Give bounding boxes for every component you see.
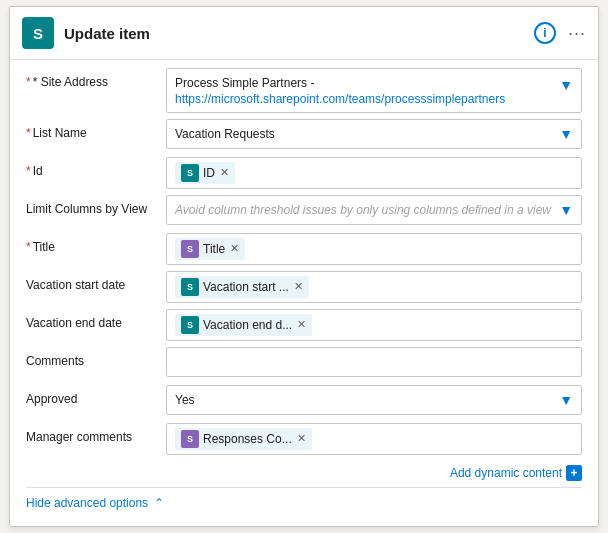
site-address-line1: Process Simple Partners - <box>175 75 314 92</box>
comments-control[interactable] <box>166 347 582 377</box>
list-name-control[interactable]: Vacation Requests ▼ <box>166 119 582 149</box>
vacation-end-chip: S Vacation end d... ✕ <box>175 314 312 336</box>
manager-comments-label: Manager comments <box>26 423 166 444</box>
update-item-card: S Update item i ··· ** Site Address Proc… <box>9 6 599 527</box>
limit-columns-dropdown-icon[interactable]: ▼ <box>559 202 573 218</box>
id-chip: S ID ✕ <box>175 162 235 184</box>
title-control[interactable]: S Title ✕ <box>166 233 582 265</box>
manager-comments-row: Manager comments S Responses Co... ✕ <box>26 423 582 455</box>
limit-columns-control[interactable]: Avoid column threshold issues by only us… <box>166 195 582 225</box>
approved-dropdown-icon[interactable]: ▼ <box>559 392 573 408</box>
vacation-start-chip: S Vacation start ... ✕ <box>175 276 309 298</box>
list-name-label: *List Name <box>26 119 166 140</box>
list-name-row: *List Name Vacation Requests ▼ <box>26 119 582 151</box>
site-address-row: ** Site Address Process Simple Partners … <box>26 68 582 113</box>
vacation-start-row: Vacation start date S Vacation start ...… <box>26 271 582 303</box>
approved-row: Approved Yes ▼ <box>26 385 582 417</box>
site-address-label: ** Site Address <box>26 68 166 89</box>
title-chip-icon: S <box>181 240 199 258</box>
id-label: *Id <box>26 157 166 178</box>
title-chip: S Title ✕ <box>175 238 245 260</box>
vacation-start-chip-label: Vacation start ... <box>203 280 289 294</box>
id-control[interactable]: S ID ✕ <box>166 157 582 189</box>
card-body: ** Site Address Process Simple Partners … <box>10 60 598 526</box>
manager-comments-control[interactable]: S Responses Co... ✕ <box>166 423 582 455</box>
list-name-value: Vacation Requests <box>175 127 559 141</box>
approved-value: Yes <box>175 393 559 407</box>
vacation-start-chip-close[interactable]: ✕ <box>294 280 303 293</box>
card-header: S Update item i ··· <box>10 7 598 60</box>
manager-comments-chip: S Responses Co... ✕ <box>175 428 312 450</box>
header-actions: i ··· <box>534 22 586 44</box>
comments-row: Comments <box>26 347 582 379</box>
manager-comments-chip-icon: S <box>181 430 199 448</box>
id-chip-icon: S <box>181 164 199 182</box>
id-row: *Id S ID ✕ <box>26 157 582 189</box>
list-name-dropdown-icon[interactable]: ▼ <box>559 126 573 142</box>
vacation-end-label: Vacation end date <box>26 309 166 330</box>
id-chip-close[interactable]: ✕ <box>220 166 229 179</box>
limit-columns-label: Limit Columns by View <box>26 195 166 216</box>
title-chip-close[interactable]: ✕ <box>230 242 239 255</box>
app-icon: S <box>22 17 54 49</box>
limit-columns-row: Limit Columns by View Avoid column thres… <box>26 195 582 227</box>
site-address-control[interactable]: Process Simple Partners - https://micros… <box>166 68 582 113</box>
vacation-end-chip-close[interactable]: ✕ <box>297 318 306 331</box>
add-dynamic-label: Add dynamic content <box>450 466 562 480</box>
page-title: Update item <box>64 25 534 42</box>
site-address-line2: https://microsoft.sharepoint.com/teams/p… <box>175 92 505 106</box>
vacation-start-label: Vacation start date <box>26 271 166 292</box>
add-dynamic-icon: + <box>566 465 582 481</box>
info-button[interactable]: i <box>534 22 556 44</box>
approved-control[interactable]: Yes ▼ <box>166 385 582 415</box>
vacation-start-control[interactable]: S Vacation start ... ✕ <box>166 271 582 303</box>
vacation-end-control[interactable]: S Vacation end d... ✕ <box>166 309 582 341</box>
chevron-up-icon: ⌃ <box>154 496 164 510</box>
more-button[interactable]: ··· <box>568 23 586 44</box>
add-dynamic-section: Add dynamic content + <box>26 461 582 487</box>
vacation-end-chip-label: Vacation end d... <box>203 318 292 332</box>
id-chip-label: ID <box>203 166 215 180</box>
vacation-start-chip-icon: S <box>181 278 199 296</box>
hide-advanced-section: Hide advanced options ⌃ <box>26 487 582 514</box>
title-row: *Title S Title ✕ <box>26 233 582 265</box>
manager-comments-chip-close[interactable]: ✕ <box>297 432 306 445</box>
add-dynamic-button[interactable]: Add dynamic content + <box>450 465 582 481</box>
title-label: *Title <box>26 233 166 254</box>
comments-label: Comments <box>26 347 166 368</box>
vacation-end-row: Vacation end date S Vacation end d... ✕ <box>26 309 582 341</box>
title-chip-label: Title <box>203 242 225 256</box>
manager-comments-chip-label: Responses Co... <box>203 432 292 446</box>
vacation-end-chip-icon: S <box>181 316 199 334</box>
limit-columns-placeholder: Avoid column threshold issues by only us… <box>175 203 551 217</box>
site-address-dropdown-icon[interactable]: ▼ <box>559 77 573 93</box>
hide-advanced-button[interactable]: Hide advanced options <box>26 496 148 510</box>
approved-label: Approved <box>26 385 166 406</box>
